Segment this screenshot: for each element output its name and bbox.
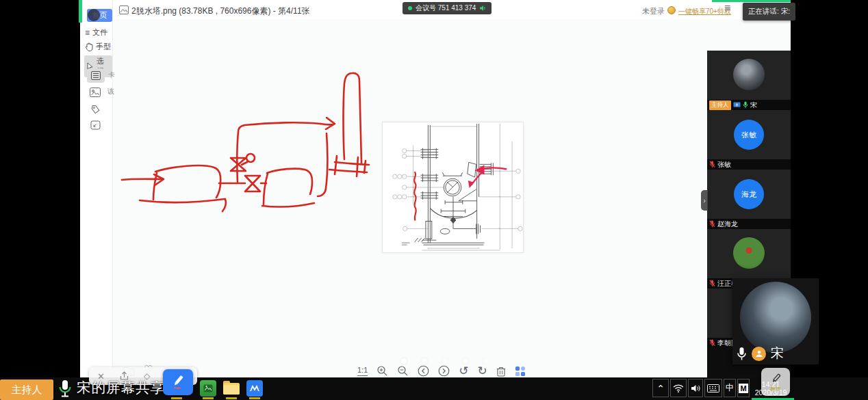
mic-on-icon	[743, 101, 748, 109]
clipped-text: 卡	[108, 70, 115, 80]
pencil-icon	[769, 373, 782, 386]
screen-share-status: 宋的屏幕共享	[77, 378, 165, 397]
avatar	[733, 237, 765, 269]
photos-app-icon[interactable]	[200, 380, 216, 397]
speaking-tooltip: 正在讲话: 宋:	[743, 3, 795, 21]
vessel-drawing	[383, 122, 523, 252]
delete-button[interactable]	[496, 366, 506, 377]
login-status[interactable]: 未登录	[642, 6, 665, 16]
participant-name: 赵海龙	[717, 219, 738, 229]
file-menu-icon: ≡	[85, 29, 90, 37]
participant-name: 张敏	[717, 160, 731, 170]
technical-drawing-image	[382, 122, 524, 253]
mic-muted-icon	[709, 339, 715, 347]
fit-actual-size-button[interactable]: 1:1	[357, 366, 368, 375]
viewer-topbar: 2脱水塔.png (83.78KB , 760x696像素) - 第4/11张 …	[80, 0, 791, 19]
annotation-pen-button[interactable]	[163, 369, 193, 395]
vip-coin-icon	[667, 6, 676, 14]
mic-muted-icon	[709, 161, 715, 168]
participant-name: 宋	[750, 101, 757, 110]
microphone-icon	[737, 347, 747, 361]
touch-keyboard-icon[interactable]	[704, 379, 722, 397]
taskbar-active-indicator	[226, 397, 237, 399]
image-icon	[90, 88, 101, 97]
participant-tile[interactable]: 张敏 张敏	[707, 110, 791, 170]
pagination-dot[interactable]	[401, 358, 407, 364]
screen-share-icon	[733, 102, 741, 108]
pagination-dot[interactable]	[442, 358, 448, 364]
taskbar-active-indicator	[249, 397, 260, 399]
prev-page-button[interactable]	[418, 365, 429, 377]
file-info: 2脱水塔.png (83.78KB , 760x696像素) - 第4/11张	[131, 5, 310, 17]
tray-expand-button[interactable]: ⌃	[652, 379, 669, 397]
speaker-icon	[479, 5, 486, 12]
participant-tile[interactable]: 主持人 宋	[707, 51, 791, 110]
zoom-in-button[interactable]	[376, 365, 388, 377]
viewer-toolbar: 1:1 ↺ ↻	[357, 365, 526, 377]
wifi-icon[interactable]	[670, 379, 687, 397]
panel-collapse-handle[interactable]: ›	[701, 190, 708, 211]
hand-icon	[85, 42, 93, 51]
avatar	[733, 59, 765, 90]
annotate-overlay-button[interactable]: 标注	[761, 368, 790, 396]
undo-button[interactable]: ↺	[459, 365, 468, 377]
vip-promo-link[interactable]: 一键畅享70+特权	[678, 7, 731, 16]
sidebar-item-hand[interactable]: 手型	[85, 42, 111, 52]
pencil-icon	[170, 374, 186, 390]
window-edge-highlight	[79, 0, 82, 23]
pagination-dot[interactable]	[422, 358, 427, 364]
sidebar-item-list-view[interactable]	[87, 68, 105, 83]
sidebar-item-page-jump[interactable]	[89, 120, 101, 131]
file-explorer-icon[interactable]	[223, 385, 240, 395]
menu-icon[interactable]: ≡	[724, 2, 730, 14]
grid-view-button[interactable]	[515, 366, 526, 377]
meeting-status-dot	[408, 6, 412, 10]
cursor-blob-icon	[88, 9, 100, 21]
mic-muted-icon	[709, 220, 715, 228]
sidebar-item-tag[interactable]	[89, 104, 101, 115]
sidebar-item-file[interactable]: ≡文件	[85, 27, 107, 38]
meeting-id-badge[interactable]: 会议号 751 413 374	[403, 2, 492, 14]
mic-muted-icon	[709, 280, 715, 287]
participant-tile[interactable]: 海龙 赵海龙	[707, 170, 791, 229]
annotate-label: 标注	[771, 386, 781, 392]
page-jump-icon	[90, 120, 101, 130]
host-badge: 主持人	[709, 101, 731, 110]
speaker-name: 宋	[771, 345, 784, 362]
taskbar-active-indicator	[171, 397, 182, 399]
avatar	[740, 282, 811, 353]
person-icon	[752, 347, 766, 361]
window-edge-highlight	[712, 0, 791, 2]
avatar-initials: 张敏	[734, 120, 764, 150]
host-role-badge: 主持人	[0, 379, 53, 400]
sidebar-item-image[interactable]	[89, 87, 101, 98]
pagination-dot[interactable]	[463, 358, 468, 364]
list-view-icon	[91, 71, 101, 80]
avatar-initials: 海龙	[734, 179, 764, 209]
next-page-button[interactable]	[438, 365, 450, 377]
taskbar-active-indicator	[203, 397, 214, 399]
microphone-icon	[58, 379, 73, 398]
pagination-dot[interactable]	[483, 358, 489, 364]
volume-icon[interactable]	[688, 379, 703, 397]
topbar-divider: |	[719, 5, 721, 14]
meeting-id-label: 会议号 751 413 374	[416, 3, 476, 13]
tools-sidebar: 首页 ≡文件 手型 选择	[80, 0, 113, 377]
ime-chinese-indicator[interactable]: 中	[724, 379, 736, 397]
image-file-icon	[119, 5, 129, 14]
pagination-dots	[401, 358, 489, 364]
active-speaker-window[interactable]: 宋	[732, 278, 819, 364]
zoom-out-button[interactable]	[397, 365, 409, 377]
clipped-text: 该	[107, 87, 114, 96]
screen: 2脱水塔.png (83.78KB , 760x696像素) - 第4/11张 …	[0, 0, 868, 400]
tag-icon	[90, 105, 101, 115]
blue-app-icon[interactable]	[246, 380, 263, 397]
redo-button[interactable]: ↻	[478, 365, 487, 377]
